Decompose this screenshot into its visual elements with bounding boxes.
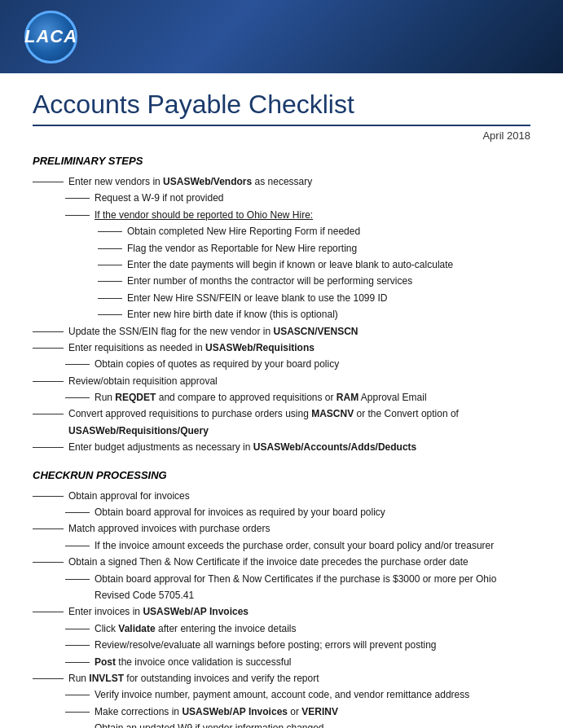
list-item: Review/obtain requisition approval <box>33 373 530 389</box>
logo-text: LACA <box>24 26 77 47</box>
checkbox-line <box>33 348 64 349</box>
checkbox-line <box>98 248 122 249</box>
logo-circle: LACA <box>24 11 77 64</box>
list-item: Match approved invoices with purchase or… <box>33 520 530 537</box>
date-line: April 2018 <box>33 129 530 142</box>
list-item: Enter requisitions as needed in USASWeb/… <box>33 340 530 356</box>
checkbox-line <box>98 231 122 232</box>
checkbox-line <box>33 496 64 497</box>
preliminary-list: Enter new vendors in USASWeb/Vendors as … <box>33 173 530 456</box>
checkbox-line <box>33 562 64 563</box>
checkbox-line <box>98 265 122 265</box>
list-item: Post the invoice once validation is succ… <box>33 654 530 670</box>
list-item: Request a W-9 if not provided <box>33 190 530 206</box>
list-item: Enter budget adjustments as necessary in… <box>33 439 530 455</box>
checkbox-line <box>65 662 90 663</box>
list-item: Obtain board approval for Then & Now Cer… <box>33 571 530 604</box>
list-item: Flag the vendor as Reportable for New Hi… <box>33 240 530 257</box>
list-item: Obtain approval for invoices <box>33 488 530 504</box>
list-item: Enter invoices in USASWeb/AP Invoices <box>33 603 530 620</box>
checkbox-line <box>33 414 64 414</box>
checkbox-line <box>65 645 90 646</box>
list-item: Update the SSN/EIN flag for the new vend… <box>33 323 530 340</box>
list-item: Obtain completed New Hire Reporting Form… <box>33 223 530 239</box>
section-header-checkrun: CHECKRUN PROCESSING <box>33 469 530 481</box>
checkbox-line <box>65 512 90 513</box>
checkbox-line <box>65 198 90 199</box>
checkrun-list: Obtain approval for invoices Obtain boar… <box>33 488 530 728</box>
list-item: Obtain copies of quotes as required by y… <box>33 356 530 372</box>
list-item: Run REQDET and compare to approved requi… <box>33 389 530 406</box>
list-item: Run INVLST for outstanding invoices and … <box>33 670 530 686</box>
checkbox-line <box>65 364 90 365</box>
section-header-preliminary: PRELIMINARY STEPS <box>33 155 530 167</box>
list-item: Obtain a signed Then & Now Certificate i… <box>33 554 530 570</box>
checkbox-line <box>98 281 122 282</box>
list-item: If the vendor should be reported to Ohio… <box>33 207 530 223</box>
list-item: If the invoice amount exceeds the purcha… <box>33 537 530 554</box>
section-preliminary: PRELIMINARY STEPS Enter new vendors in U… <box>33 155 530 456</box>
checkbox-line <box>65 579 90 580</box>
checkbox-line <box>98 298 122 299</box>
section-checkrun: CHECKRUN PROCESSING Obtain approval for … <box>33 469 530 728</box>
checkbox-line <box>33 447 64 448</box>
checkbox-line <box>33 182 64 182</box>
list-item: Obtain an updated W9 if vendor informati… <box>33 720 530 728</box>
checkbox-line <box>65 397 90 398</box>
list-item: Enter the date payments will begin if kn… <box>33 257 530 273</box>
list-item: Convert approved requisitions to purchas… <box>33 406 530 439</box>
list-item: Obtain board approval for invoices as re… <box>33 504 530 520</box>
checkbox-line <box>65 215 90 216</box>
checkbox-line <box>65 546 90 546</box>
list-item: Enter new hire birth date if know (this … <box>33 306 530 322</box>
list-item: Make corrections in USASWeb/AP Invoices … <box>33 704 530 720</box>
list-item: Enter New Hire SSN/FEIN or leave blank t… <box>33 290 530 306</box>
checkbox-line <box>33 612 64 612</box>
checkbox-line <box>98 314 122 315</box>
checkbox-line <box>65 712 90 713</box>
header-banner: LACA <box>0 0 563 73</box>
page-title: Accounts Payable Checklist <box>33 90 530 126</box>
list-item: Click Validate after entering the invoic… <box>33 621 530 637</box>
checkbox-line <box>33 678 64 679</box>
checkbox-line <box>65 629 90 629</box>
checkbox-line <box>33 381 64 382</box>
checkbox-line <box>33 331 64 332</box>
list-item: Enter number of months the contractor wi… <box>33 273 530 289</box>
list-item: Verify invoice number, payment amount, a… <box>33 686 530 703</box>
checkbox-line <box>33 528 64 529</box>
checkbox-line <box>65 695 90 695</box>
list-item: Review/resolve/evaluate all warnings bef… <box>33 637 530 653</box>
list-item: Enter new vendors in USASWeb/Vendors as … <box>33 173 530 190</box>
